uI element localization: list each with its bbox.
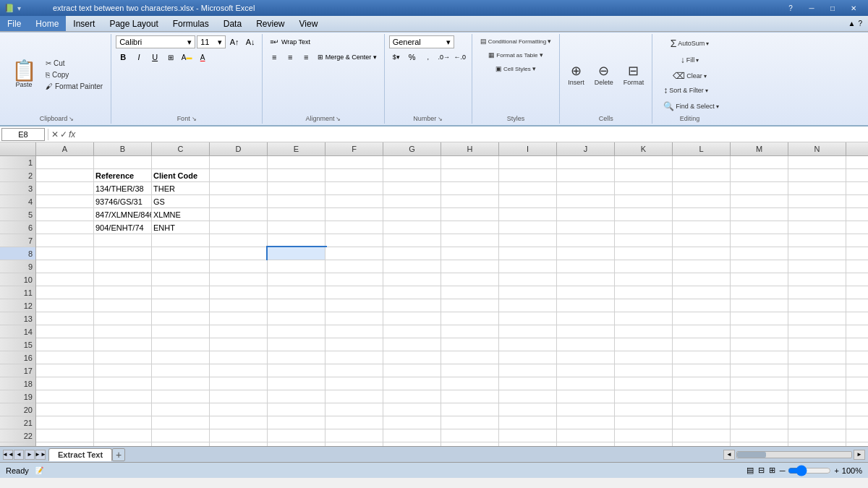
cell-H19[interactable] [441,390,499,403]
cell-D11[interactable] [210,286,268,299]
autosum-button[interactable]: Σ AutoSum ▾ [667,35,713,51]
cell-I1[interactable] [499,156,557,169]
cell-N12[interactable] [788,299,846,312]
cell-L10[interactable] [673,273,731,286]
percent-button[interactable]: % [405,51,420,64]
cell-I6[interactable] [499,221,557,234]
cell-M22[interactable] [731,429,788,442]
cell-O22[interactable] [846,429,868,442]
cell-L8[interactable] [673,247,731,260]
cell-G1[interactable] [383,156,441,169]
cell-C19[interactable] [152,390,210,403]
cell-K23[interactable] [615,442,673,446]
row-header-13[interactable]: 13 [0,312,35,325]
scroll-right-button[interactable]: ► [854,450,865,460]
cell-J20[interactable] [557,403,615,416]
cell-H22[interactable] [441,429,499,442]
font-name-dropdown[interactable]: Calibri ▾ [116,35,195,48]
cell-J17[interactable] [557,364,615,377]
cell-A10[interactable] [36,273,94,286]
cell-D23[interactable] [210,442,268,446]
menu-insert[interactable]: Insert [66,16,102,31]
cell-B21[interactable] [94,416,152,429]
cell-E2[interactable] [268,169,326,182]
cell-B19[interactable] [94,390,152,403]
cell-K17[interactable] [615,364,673,377]
cell-I13[interactable] [499,312,557,325]
underline-button[interactable]: U [148,51,162,64]
cell-A21[interactable] [36,416,94,429]
cell-L20[interactable] [673,403,731,416]
cell-F8[interactable] [326,247,383,260]
insert-function-icon[interactable]: fx [69,129,75,140]
col-header-j[interactable]: J [557,142,615,155]
cell-M1[interactable] [731,156,788,169]
cell-F7[interactable] [326,234,383,247]
cell-N8[interactable] [788,247,846,260]
cell-G14[interactable] [383,325,441,338]
cell-N23[interactable] [788,442,846,446]
align-right-button[interactable]: ≡ [299,51,313,64]
cell-L16[interactable] [673,351,731,364]
view-preview-button[interactable]: ⊞ [769,466,775,475]
cell-C17[interactable] [152,364,210,377]
cell-A2[interactable] [36,169,94,182]
col-header-h[interactable]: H [441,142,499,155]
find-select-button[interactable]: 🔍 Find & Select ▾ [660,99,723,114]
cell-G12[interactable] [383,299,441,312]
paste-button[interactable]: 📋 Paste [7,55,41,94]
col-header-a[interactable]: A [36,142,94,155]
row-header-12[interactable]: 12 [0,299,35,312]
cell-H2[interactable] [441,169,499,182]
cell-N9[interactable] [788,260,846,273]
cell-D1[interactable] [210,156,268,169]
bold-button[interactable]: B [116,51,130,64]
cell-I21[interactable] [499,416,557,429]
cell-D22[interactable] [210,429,268,442]
increase-font-button[interactable]: A↑ [227,35,242,48]
cell-O1[interactable] [846,156,868,169]
row-header-3[interactable]: 3 [0,182,35,195]
cell-M15[interactable] [731,338,788,351]
cell-L22[interactable] [673,429,731,442]
cell-O16[interactable] [846,351,868,364]
cell-K6[interactable] [615,221,673,234]
increase-decimal-button[interactable]: .0→ [437,51,451,64]
cell-E5[interactable] [268,208,326,221]
number-expand-icon[interactable]: ↘ [438,116,443,122]
cell-J14[interactable] [557,325,615,338]
col-header-l[interactable]: L [673,142,731,155]
cell-F16[interactable] [326,351,383,364]
menu-home[interactable]: Home [28,16,66,31]
cell-J15[interactable] [557,338,615,351]
cell-O9[interactable] [846,260,868,273]
cell-O4[interactable] [846,195,868,208]
cell-J11[interactable] [557,286,615,299]
cell-B7[interactable] [94,234,152,247]
cell-D14[interactable] [210,325,268,338]
cell-D6[interactable] [210,221,268,234]
cell-O23[interactable] [846,442,868,446]
help-icon[interactable]: ? [858,20,862,27]
cell-M6[interactable] [731,221,788,234]
cell-C2[interactable]: Client Code [152,169,210,182]
cut-button[interactable]: ✂ Cut [42,58,106,69]
cell-M18[interactable] [731,377,788,390]
add-sheet-button[interactable]: + [112,448,125,461]
cell-H1[interactable] [441,156,499,169]
row-header-5[interactable]: 5 [0,208,35,221]
cell-N21[interactable] [788,416,846,429]
cell-O5[interactable] [846,208,868,221]
cell-F19[interactable] [326,390,383,403]
format-painter-button[interactable]: 🖌 Format Painter [42,81,106,92]
col-header-e[interactable]: E [268,142,326,155]
cell-G22[interactable] [383,429,441,442]
cell-I9[interactable] [499,260,557,273]
format-cells-button[interactable]: ⊟ Format [620,61,648,88]
cell-G11[interactable] [383,286,441,299]
cell-H15[interactable] [441,338,499,351]
cell-C9[interactable] [152,260,210,273]
cell-C7[interactable] [152,234,210,247]
cell-D17[interactable] [210,364,268,377]
italic-button[interactable]: I [132,51,146,64]
